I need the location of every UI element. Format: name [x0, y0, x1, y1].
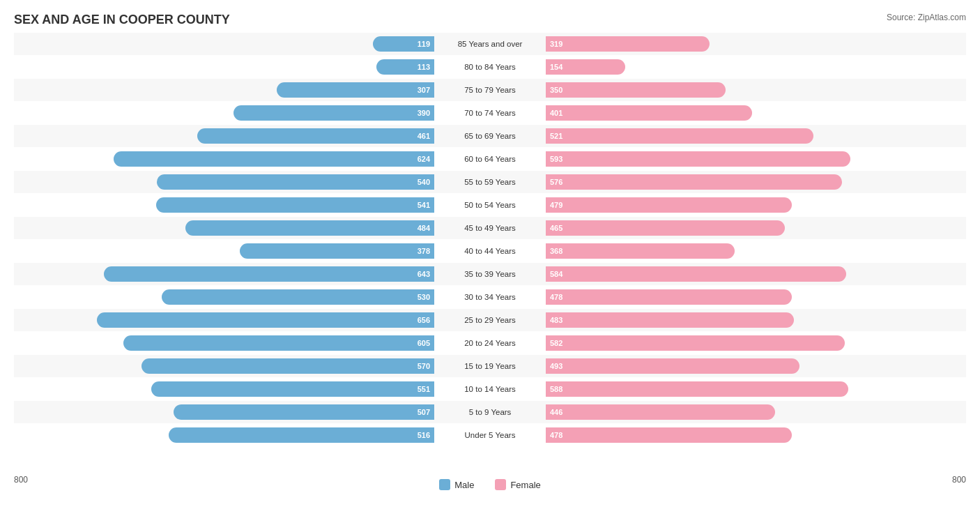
age-label: 25 to 29 Years: [434, 316, 546, 324]
age-label: 45 to 49 Years: [434, 224, 546, 232]
male-value: 530: [418, 293, 434, 301]
bar-female: 446: [546, 404, 775, 420]
legend-female-label: Female: [510, 480, 540, 490]
bar-male: 570: [141, 358, 434, 374]
bar-row: 5075 to 9 Years446: [14, 401, 966, 423]
male-value: 656: [418, 316, 434, 324]
male-value: 540: [418, 178, 434, 186]
male-value: 461: [418, 132, 434, 140]
legend-male-box: [439, 479, 450, 490]
bar-male: 307: [277, 82, 434, 98]
bar-row: 11985 Years and over319: [14, 33, 966, 55]
bar-row: 65625 to 29 Years483: [14, 309, 966, 331]
male-value: 624: [418, 155, 434, 163]
bar-male: 656: [97, 312, 434, 328]
age-label: 80 to 84 Years: [434, 63, 546, 71]
age-label: 60 to 64 Years: [434, 155, 546, 163]
bar-row: 37840 to 44 Years368: [14, 240, 966, 262]
female-value: 493: [546, 362, 562, 370]
female-value: 576: [546, 178, 562, 186]
bar-male: 507: [174, 404, 434, 420]
female-value: 479: [546, 201, 562, 209]
age-label: 10 to 14 Years: [434, 385, 546, 393]
female-value: 401: [546, 109, 562, 117]
female-value: 319: [546, 40, 562, 48]
bar-row: 64335 to 39 Years584: [14, 263, 966, 285]
male-value: 551: [418, 385, 434, 393]
female-value: 582: [546, 339, 562, 347]
bar-male: 530: [162, 289, 434, 305]
legend-female: Female: [495, 479, 540, 490]
female-value: 478: [546, 293, 562, 301]
female-value: 478: [546, 431, 562, 439]
bar-row: 53030 to 34 Years478: [14, 286, 966, 308]
bar-male: 378: [240, 243, 434, 259]
age-label: 30 to 34 Years: [434, 293, 546, 301]
male-value: 378: [418, 247, 434, 255]
bar-row: 46165 to 69 Years521: [14, 125, 966, 147]
bar-female: 401: [546, 105, 752, 121]
female-value: 465: [546, 224, 562, 232]
bar-female: 368: [546, 243, 735, 259]
male-value: 307: [418, 86, 434, 94]
bar-female: 479: [546, 197, 792, 213]
female-value: 521: [546, 132, 562, 140]
bar-female: 319: [546, 36, 710, 52]
bar-female: 350: [546, 82, 726, 98]
bar-female: 483: [546, 312, 794, 328]
male-value: 119: [418, 40, 434, 48]
male-value: 507: [418, 408, 434, 416]
female-value: 350: [546, 86, 562, 94]
bar-male: 484: [185, 220, 434, 236]
bar-female: 576: [546, 174, 842, 190]
source-text: Source: ZipAtlas.com: [887, 13, 966, 22]
axis-right: 800: [952, 475, 966, 490]
male-value: 643: [418, 270, 434, 278]
female-value: 368: [546, 247, 562, 255]
bar-female: 593: [546, 151, 850, 167]
age-label: 50 to 54 Years: [434, 201, 546, 209]
legend: Male Female: [439, 479, 541, 490]
female-value: 593: [546, 155, 562, 163]
bar-male: 461: [197, 128, 434, 144]
bar-female: 478: [546, 289, 792, 305]
chart-container: SEX AND AGE IN COOPER COUNTY Source: Zip…: [0, 0, 980, 516]
bar-female: 588: [546, 381, 848, 397]
bar-row: 54055 to 59 Years576: [14, 171, 966, 193]
bar-male: 541: [156, 197, 434, 213]
male-value: 570: [418, 362, 434, 370]
bar-male: 643: [104, 266, 434, 282]
male-value: 605: [418, 339, 434, 347]
bar-row: 11380 to 84 Years154: [14, 56, 966, 78]
bar-male: 516: [169, 427, 434, 443]
legend-male-label: Male: [454, 480, 474, 490]
chart-area: 11985 Years and over31911380 to 84 Years…: [14, 33, 966, 472]
male-value: 113: [418, 63, 434, 71]
bar-male: 119: [373, 36, 434, 52]
bar-row: 39070 to 74 Years401: [14, 102, 966, 124]
bar-row: 55110 to 14 Years588: [14, 378, 966, 400]
bar-row: 62460 to 64 Years593: [14, 148, 966, 170]
age-label: 55 to 59 Years: [434, 178, 546, 186]
age-label: 15 to 19 Years: [434, 362, 546, 370]
bar-row: 516Under 5 Years478: [14, 424, 966, 446]
male-value: 390: [418, 109, 434, 117]
age-label: 20 to 24 Years: [434, 339, 546, 347]
legend-female-box: [495, 479, 506, 490]
bar-row: 60520 to 24 Years582: [14, 332, 966, 354]
bar-male: 551: [151, 381, 434, 397]
bar-female: 582: [546, 335, 845, 351]
bar-row: 54150 to 54 Years479: [14, 194, 966, 216]
bar-female: 478: [546, 427, 792, 443]
axis-left: 800: [14, 475, 28, 490]
female-value: 154: [546, 63, 562, 71]
female-value: 483: [546, 316, 562, 324]
age-label: 85 Years and over: [434, 40, 546, 48]
chart-title: SEX AND AGE IN COOPER COUNTY: [14, 13, 966, 27]
bar-female: 521: [546, 128, 813, 144]
age-label: 35 to 39 Years: [434, 270, 546, 278]
legend-male: Male: [439, 479, 474, 490]
bar-row: 57015 to 19 Years493: [14, 355, 966, 377]
age-label: 40 to 44 Years: [434, 247, 546, 255]
male-value: 516: [418, 431, 434, 439]
